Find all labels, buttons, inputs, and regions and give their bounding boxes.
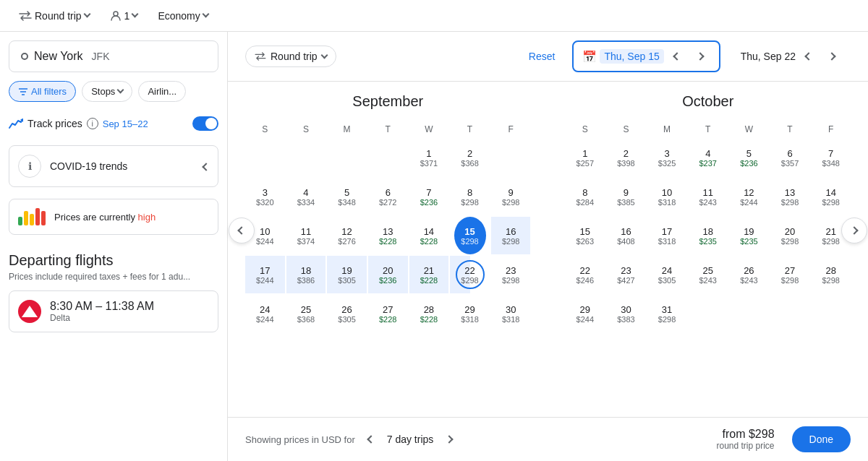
calendar-day[interactable]: 14$298 <box>811 178 851 215</box>
calendar-day[interactable]: 6$272 <box>368 178 408 215</box>
stops-btn[interactable]: Stops <box>82 81 132 102</box>
calendar-day[interactable]: 4$334 <box>286 178 326 215</box>
calendar-day[interactable]: 28$298 <box>811 256 851 293</box>
from-price-amount: from $298 <box>716 428 774 441</box>
calendar-day[interactable]: 18$235 <box>688 217 728 254</box>
calendar-day[interactable]: 5$348 <box>327 178 367 215</box>
calendar-day[interactable]: 13$298 <box>770 178 810 215</box>
flight-card[interactable]: 8:30 AM – 11:38 AM Delta <box>9 290 218 332</box>
calendar-day[interactable]: 27$298 <box>770 256 810 293</box>
calendar-day[interactable]: 13$228 <box>368 217 408 254</box>
calendar-day[interactable]: 16$298 <box>491 217 531 254</box>
done-button[interactable]: Done <box>792 426 851 452</box>
calendar-day[interactable]: 2$368 <box>450 139 490 176</box>
day-header: S <box>245 121 285 137</box>
depart-date-prev[interactable] <box>667 46 687 66</box>
airline-logo <box>18 300 41 323</box>
calendar-day[interactable]: 22$246 <box>566 256 605 293</box>
calendar-day[interactable]: 7$236 <box>409 178 449 215</box>
calendar-round-trip-chevron <box>320 51 328 59</box>
trips-selector[interactable]: 7 day trips <box>387 434 434 445</box>
calendar-round-trip-icon <box>255 52 266 61</box>
calendar-day[interactable]: 19$305 <box>327 256 367 293</box>
calendar-day[interactable]: 23$427 <box>606 256 646 293</box>
depart-date-selector[interactable]: 📅 Thu, Sep 15 <box>572 40 720 72</box>
calendar-day[interactable]: 3$325 <box>647 139 687 176</box>
depart-date-next[interactable] <box>690 46 710 66</box>
calendar-day[interactable]: 9$385 <box>606 178 646 215</box>
calendar-body: September SSMTWTF1$3712$3683$3204$3345$3… <box>228 82 868 417</box>
day-header: F <box>491 121 531 137</box>
calendar-day[interactable]: 6$357 <box>770 139 810 176</box>
svg-point-0 <box>114 12 118 16</box>
track-prices-dates: Sep 15–22 <box>103 119 148 129</box>
calendar-day[interactable]: 15$263 <box>566 217 605 254</box>
track-prices-toggle[interactable] <box>192 116 218 131</box>
calendar-day[interactable]: 25$243 <box>688 256 728 293</box>
calendar-day[interactable]: 12$276 <box>327 217 367 254</box>
origin-search-box[interactable]: New York JFK <box>9 40 218 72</box>
calendar-day[interactable]: 21$228 <box>409 256 449 293</box>
calendar-day[interactable]: 2$398 <box>606 139 646 176</box>
calendar-day[interactable]: 22$298 <box>450 256 490 293</box>
all-filters-btn[interactable]: All filters <box>9 81 76 102</box>
calendar-day[interactable]: 23$298 <box>491 256 531 293</box>
covid-trends-card[interactable]: ℹ COVID-19 trends <box>9 145 218 187</box>
calendar-day[interactable]: 19$235 <box>729 217 769 254</box>
cabin-selector[interactable]: Economy <box>150 6 215 26</box>
calendar-day[interactable]: 18$386 <box>286 256 326 293</box>
calendar-day[interactable]: 30$318 <box>491 295 531 332</box>
airlines-btn[interactable]: Airlin... <box>138 81 186 102</box>
calendar-day[interactable]: 9$298 <box>491 178 531 215</box>
calendar-day <box>770 295 810 332</box>
calendar-next-btn[interactable] <box>841 217 867 244</box>
calendar-day[interactable]: 29$244 <box>566 295 605 332</box>
calendar-day[interactable]: 31$298 <box>647 295 687 332</box>
return-prev-icon <box>804 52 812 60</box>
calendar-day <box>245 139 285 176</box>
calendar-day[interactable]: 8$298 <box>450 178 490 215</box>
from-price-label: round trip price <box>716 441 774 451</box>
calendar-day <box>368 139 408 176</box>
calendar-day[interactable]: 11$374 <box>286 217 326 254</box>
calendar-day[interactable]: 10$318 <box>647 178 687 215</box>
calendar-day[interactable]: 17$244 <box>245 256 285 293</box>
calendar-day[interactable]: 26$305 <box>327 295 367 332</box>
trips-prev-btn[interactable] <box>361 429 381 449</box>
calendar-day[interactable]: 11$243 <box>688 178 728 215</box>
calendar-day[interactable]: 16$408 <box>606 217 646 254</box>
calendar-day[interactable]: 3$320 <box>245 178 285 215</box>
return-date-next[interactable] <box>822 46 842 66</box>
calendar-day[interactable]: 24$305 <box>647 256 687 293</box>
calendar-day[interactable]: 15$298 <box>454 217 486 254</box>
calendar-day[interactable]: 14$228 <box>409 217 449 254</box>
calendar-day[interactable]: 26$243 <box>729 256 769 293</box>
departing-subtitle: Prices include required taxes + fees for… <box>9 272 218 282</box>
calendar-day[interactable]: 20$298 <box>770 217 810 254</box>
calendar-day[interactable]: 12$244 <box>729 178 769 215</box>
calendar-day[interactable]: 25$368 <box>286 295 326 332</box>
calendar-day[interactable]: 1$257 <box>566 139 605 176</box>
calendar-day[interactable]: 7$348 <box>811 139 851 176</box>
calendar-day[interactable]: 1$371 <box>409 139 449 176</box>
calendar-day[interactable]: 4$237 <box>688 139 728 176</box>
return-date-selector[interactable]: Thu, Sep 22 <box>732 42 851 71</box>
trips-next-btn[interactable] <box>439 429 459 449</box>
calendar-day[interactable]: 27$228 <box>368 295 408 332</box>
track-prices-info[interactable]: i <box>87 118 98 129</box>
calendar-round-trip[interactable]: Round trip <box>245 46 336 67</box>
calendar-header: Round trip Reset 📅 Thu, Sep 15 Thu, Sep … <box>228 32 868 82</box>
calendar-day[interactable]: 28$228 <box>409 295 449 332</box>
calendar-day[interactable]: 20$236 <box>368 256 408 293</box>
return-date-prev[interactable] <box>799 46 819 66</box>
calendar-day[interactable]: 17$318 <box>647 217 687 254</box>
calendar-day[interactable]: 5$236 <box>729 139 769 176</box>
calendar-day[interactable]: 24$244 <box>245 295 285 332</box>
passengers-selector[interactable]: 1 <box>103 6 145 26</box>
round-trip-selector[interactable]: Round trip <box>12 6 97 26</box>
calendar-day[interactable]: 8$284 <box>566 178 605 215</box>
calendar-day[interactable]: 30$383 <box>606 295 646 332</box>
calendar-prev-btn[interactable] <box>229 217 255 244</box>
calendar-day[interactable]: 29$318 <box>450 295 490 332</box>
reset-button[interactable]: Reset <box>529 51 556 62</box>
